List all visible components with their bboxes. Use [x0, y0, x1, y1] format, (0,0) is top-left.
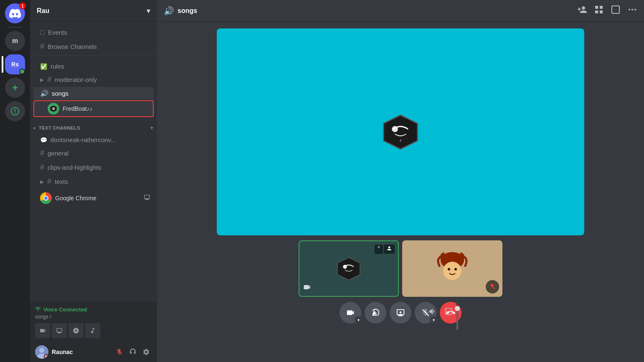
server-m[interactable]: m — [5, 31, 25, 51]
server-rs[interactable]: Rs — [5, 54, 25, 74]
svg-point-10 — [631, 9, 633, 10]
bottom-controls: ▾ ▾ — [340, 297, 461, 330]
channel-item-browse[interactable]: # Browse Channels — [33, 40, 154, 54]
activity-control-btn[interactable] — [365, 302, 386, 324]
svg-marker-12 — [384, 115, 418, 149]
voice-camera-btn[interactable] — [35, 323, 50, 338]
online-badge — [19, 69, 25, 74]
more-options-icon[interactable] — [627, 5, 637, 17]
main-video-tile: ♪ — [217, 28, 584, 235]
user-tile-avatar — [434, 250, 471, 288]
chrome-icon — [40, 192, 52, 204]
fredboat-username: FredBoat♪♪ — [63, 105, 93, 112]
divider — [30, 55, 157, 59]
discord-home-button[interactable] — [5, 3, 25, 23]
svg-rect-8 — [612, 6, 619, 13]
moderator-arrow: ▶ — [40, 77, 44, 83]
add-server-button[interactable]: + — [5, 78, 25, 98]
share-control-btn[interactable] — [390, 302, 411, 324]
muted-status — [44, 354, 48, 359]
songs-icon: 🔊 — [40, 89, 48, 97]
server-list: m Rs + — [0, 0, 30, 362]
texts-arrow: ▶ — [40, 179, 44, 185]
camera-arrow: ▾ — [355, 316, 362, 324]
user-bar: Raunac — [30, 342, 157, 362]
server-header[interactable]: Rau ▾ — [30, 0, 157, 22]
voice-status-bar: Voice Connected songs / — [30, 302, 157, 342]
dropdown-icon: ▾ — [147, 6, 150, 15]
bottom-right-icons — [426, 305, 455, 320]
user-settings-btn[interactable] — [140, 346, 152, 358]
channel-item-general[interactable]: # general — [33, 146, 154, 160]
voice-connected-text: Voice Connected — [35, 306, 152, 313]
channel-item-texts[interactable]: ▶ # texts — [33, 175, 154, 189]
server-divider — [8, 27, 22, 28]
channel-label-songs: songs — [52, 90, 68, 97]
dontsneak-icon: 💬 — [40, 137, 47, 143]
user-name: Raunac — [52, 349, 110, 355]
voice-user-fredboat[interactable]: FredBoat♪♪ — [33, 100, 154, 117]
app-entry-chrome[interactable]: Google Chrome — [33, 189, 154, 207]
category-arrow: ▾ — [33, 126, 35, 130]
category-name-text: TEXT CHANNELS — [39, 125, 80, 130]
voice-music-btn[interactable] — [85, 323, 100, 338]
top-bar: 🔊 songs — [157, 0, 644, 22]
channel-item-moderator[interactable]: ▶ # moderator-only — [33, 73, 154, 87]
user-avatar — [35, 345, 48, 359]
channel-item-songs[interactable]: 🔊 songs — [33, 87, 154, 100]
channel-label-rules: rules — [51, 63, 64, 70]
signal-icon — [35, 306, 41, 313]
voice-share-btn[interactable] — [52, 323, 67, 338]
top-bar-channel-icon: 🔊 — [164, 6, 174, 16]
channel-label-texts: texts — [55, 178, 68, 185]
moderator-icon: # — [47, 75, 51, 84]
volume-track — [456, 297, 458, 330]
fredboat-tile-logo — [336, 256, 361, 281]
svg-point-9 — [629, 9, 630, 10]
svg-text:♪: ♪ — [399, 137, 401, 142]
browse-icon: # — [40, 42, 44, 51]
texts-icon: # — [47, 177, 51, 186]
channel-item-events[interactable]: □ Events — [33, 25, 154, 39]
channel-label-browse: Browse Channels — [48, 43, 97, 50]
channel-item-rules[interactable]: ✅ rules — [33, 60, 154, 72]
category-add-button[interactable]: + — [150, 124, 154, 132]
add-member-icon[interactable] — [577, 5, 587, 17]
voice-area: ♪ ˅ — [157, 22, 644, 362]
svg-point-3 — [39, 348, 44, 353]
fredboat-avatar — [48, 103, 59, 115]
participant-tile-user — [402, 240, 502, 297]
grid-icon[interactable] — [594, 5, 604, 17]
channel-label-events: Events — [48, 29, 67, 36]
inbox-icon[interactable] — [611, 5, 621, 17]
category-text-channels[interactable]: ▾ TEXT CHANNELS + — [30, 117, 157, 133]
main-content: 🔊 songs — [157, 0, 644, 362]
voice-activity-btn[interactable] — [68, 323, 84, 338]
user-muted-icon — [486, 280, 499, 293]
fredboat-main-logo: ♪ — [382, 113, 419, 151]
volume-icon-btn[interactable] — [426, 305, 439, 320]
svg-point-20 — [448, 268, 450, 270]
svg-point-21 — [454, 268, 457, 270]
svg-point-19 — [443, 262, 461, 280]
tile-person-icon[interactable] — [384, 245, 395, 254]
tile-collapse-btn[interactable]: ˅ — [375, 245, 383, 254]
user-headset-btn[interactable] — [127, 346, 139, 358]
voice-channel-info: songs / — [35, 314, 152, 320]
volume-fill — [456, 310, 458, 330]
discover-button[interactable] — [5, 101, 25, 121]
events-icon: □ — [40, 28, 45, 37]
clips-icon: # — [40, 163, 44, 172]
channel-label-general: general — [48, 150, 68, 157]
channel-item-clips[interactable]: # clips-and-highlights — [33, 161, 154, 174]
top-bar-left: 🔊 songs — [164, 6, 197, 16]
channel-item-dontsneak[interactable]: 💬 dontsneak-ratherconv... — [33, 134, 154, 146]
user-mute-btn[interactable] — [114, 346, 125, 358]
channel-label-moderator: moderator-only — [55, 76, 97, 83]
active-server-indicator — [2, 56, 3, 73]
expand-icon-btn[interactable] — [442, 305, 455, 320]
camera-control-btn[interactable]: ▾ — [340, 302, 361, 324]
app-name-chrome: Google Chrome — [55, 195, 140, 201]
volume-thumb[interactable] — [455, 306, 460, 311]
top-bar-channel-name: songs — [177, 7, 197, 15]
